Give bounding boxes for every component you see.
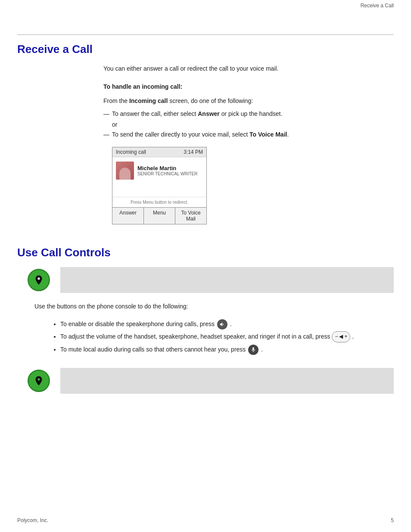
gray-box-1 — [60, 267, 394, 293]
contact-title: SENIOR TECHNICAL WRITER — [137, 171, 197, 176]
icon-cell-1 — [17, 267, 60, 293]
volume-plus: + — [344, 332, 347, 342]
bullet-answer: To answer the call, either select Answer… — [112, 109, 394, 119]
controls-bullet-2: To adjust the volume of the handset, spe… — [60, 331, 394, 342]
screenshot-voicemail-btn: To Voice Mail — [175, 208, 206, 224]
header-rule — [17, 34, 394, 35]
phone-button-row: Answer Menu To Voice Mail — [112, 207, 206, 224]
receive-call-intro: You can either answer a call or redirect… — [103, 64, 394, 73]
volume-control-badge: − ◀ + — [332, 331, 350, 342]
screenshot-label: Incoming call — [116, 149, 146, 155]
controls-bullet-3: To mute local audio during calls so that… — [60, 344, 394, 355]
screenshot-menu-btn: Menu — [144, 208, 175, 224]
icon-box-row-1 — [17, 267, 394, 293]
phone-screenshot: Incoming call 3:14 PM Michele Martin SEN… — [112, 147, 207, 224]
volume-triangle: ◀ — [339, 332, 343, 342]
controls-list: To enable or disable the speakerphone du… — [52, 319, 394, 355]
breadcrumb: Receive a Call — [0, 0, 411, 9]
screenshot-time: 3:14 PM — [184, 149, 203, 155]
tip-icon-1 — [28, 269, 50, 291]
footer: Polycom, Inc. 5 — [17, 517, 394, 523]
controls-bullet-1: To enable or disable the speakerphone du… — [60, 319, 394, 330]
redirect-hint: Press Menu button to redirect. — [112, 197, 206, 207]
gray-box-2 — [60, 368, 394, 394]
footer-page: 5 — [391, 517, 394, 523]
subheading-handle-call: To handle an incoming call: — [103, 82, 394, 91]
contact-name: Michele Martin — [137, 165, 197, 171]
mute-icon — [248, 345, 258, 355]
pin-icon-2 — [33, 375, 44, 386]
controls-intro: Use the buttons on the phone console to … — [34, 302, 394, 312]
from-text: From the Incoming call screen, do one of… — [103, 96, 394, 106]
or-text: or — [112, 121, 394, 128]
bullet-voicemail: To send the caller directly to your voic… — [112, 130, 394, 140]
pin-icon — [33, 274, 44, 286]
screenshot-answer-btn: Answer — [112, 208, 144, 224]
footer-company: Polycom, Inc. — [17, 517, 48, 523]
icon-cell-2 — [17, 368, 60, 394]
section-title-receive: Receive a Call — [17, 43, 394, 56]
section-title-controls: Use Call Controls — [17, 246, 394, 259]
tip-icon-2 — [28, 370, 50, 392]
volume-minus: − — [335, 332, 338, 342]
contact-avatar — [116, 162, 134, 180]
icon-box-row-2 — [17, 368, 394, 394]
speakerphone-icon — [217, 319, 227, 330]
